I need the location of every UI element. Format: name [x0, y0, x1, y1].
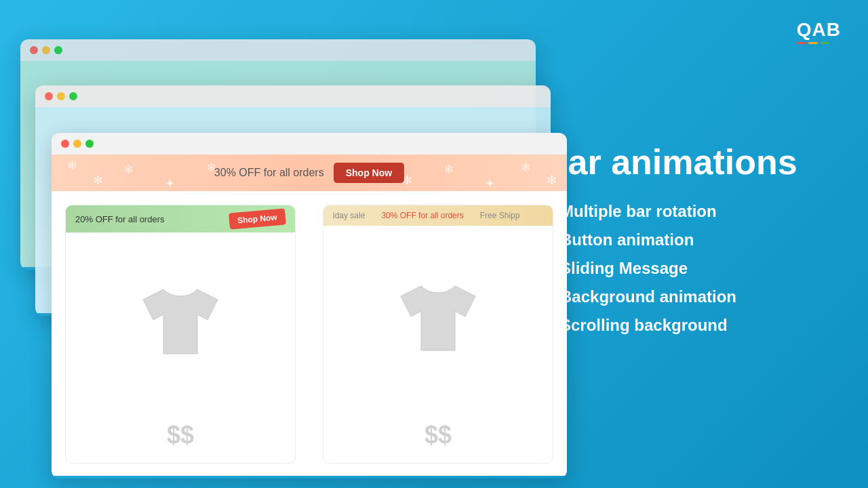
main-title: Bar animations — [542, 143, 814, 182]
main-announcement-bar: ❄ ✻ ❄ ✦ ❄ ✻ ❄ ✦ ❄ ✻ 30% OFF for all orde… — [52, 155, 567, 191]
scroll-bar-items: iday sale 30% OFF for all orders Free Sh… — [333, 211, 519, 220]
browser-2-dot-green — [69, 92, 77, 100]
browsers-container: All t-shirts are 15% OFF Sign up and get… — [0, 0, 583, 488]
left-mini-bar-text: 20% OFF for all orders — [75, 214, 165, 224]
browser-3-body: ❄ ✻ ❄ ✦ ❄ ✻ ❄ ✦ ❄ ✻ 30% OFF for all orde… — [52, 155, 567, 476]
snowflake: ✻ — [93, 173, 103, 188]
bullet-text-multiple-bar-rotation: Multiple bar rotation — [560, 203, 717, 222]
browser-2-titlebar — [35, 85, 551, 107]
right-panel: Bar animations Multiple bar rotation But… — [542, 143, 814, 344]
logo-text: QAB — [797, 19, 841, 40]
browser-1-dot-yellow — [42, 46, 50, 54]
snowflake: ❄ — [443, 162, 454, 177]
product-card-right: iday sale 30% OFF for all orders Free Sh… — [323, 205, 553, 464]
bullet-sliding-message: Sliding Message — [542, 260, 814, 279]
logo-underline-green — [820, 42, 829, 44]
logo-underline — [797, 42, 841, 44]
right-mini-bar: iday sale 30% OFF for all orders Free Sh… — [323, 205, 553, 226]
left-tshirt-container — [66, 232, 295, 414]
product-grid: 20% OFF for all orders Shop Now $$ ida — [52, 191, 567, 476]
feature-list: Multiple bar rotation Button animation S… — [542, 203, 814, 336]
snowflake: ❄ — [67, 158, 77, 173]
browser-3-dot-red — [61, 140, 69, 148]
snowflake: ✻ — [547, 173, 557, 188]
left-tshirt-icon — [136, 279, 224, 367]
scroll-item-3: Free Shipp — [480, 211, 520, 220]
browser-2-dot-red — [45, 92, 53, 100]
snowflake: ✦ — [485, 176, 495, 191]
scroll-item-1: iday sale — [333, 211, 365, 220]
left-price: $$ — [66, 414, 295, 463]
browser-3-titlebar — [52, 133, 567, 155]
right-tshirt-icon — [394, 276, 482, 364]
browser-1-dot-red — [30, 46, 38, 54]
browser-3-dot-green — [85, 140, 94, 148]
browser-window-3: ❄ ✻ ❄ ✦ ❄ ✻ ❄ ✦ ❄ ✻ 30% OFF for all orde… — [52, 133, 567, 479]
snowflake: ❄ — [521, 160, 531, 175]
logo-underline-red — [797, 42, 806, 44]
bullet-background-animation: Background animation — [542, 288, 814, 307]
bullet-text-scrolling-background: Scrolling background — [560, 317, 728, 336]
logo-underline-orange — [808, 42, 818, 44]
bullet-button-animation: Button animation — [542, 231, 814, 250]
snowflake: ✦ — [165, 176, 175, 191]
product-card-left: 20% OFF for all orders Shop Now $$ — [65, 205, 296, 464]
right-tshirt-container — [323, 226, 553, 414]
snowflake: ❄ — [123, 162, 134, 177]
bullet-text-background-animation: Background animation — [560, 288, 736, 307]
browser-3-dot-yellow — [73, 140, 81, 148]
left-shop-now-button[interactable]: Shop Now — [229, 208, 285, 229]
scroll-item-2: 30% OFF for all orders — [381, 211, 463, 220]
bullet-multiple-bar-rotation: Multiple bar rotation — [542, 203, 814, 222]
browser-1-titlebar — [20, 39, 536, 61]
qab-logo: QAB — [797, 20, 841, 44]
bullet-scrolling-background: Scrolling background — [542, 317, 814, 336]
right-price: $$ — [323, 414, 553, 463]
browser-1-dot-green — [54, 46, 62, 54]
shop-now-button[interactable]: Shop Now — [334, 163, 404, 183]
left-mini-bar: 20% OFF for all orders Shop Now — [66, 205, 295, 232]
browser-2-dot-yellow — [57, 92, 65, 100]
main-bar-text: 30% OFF for all orders — [214, 167, 324, 179]
